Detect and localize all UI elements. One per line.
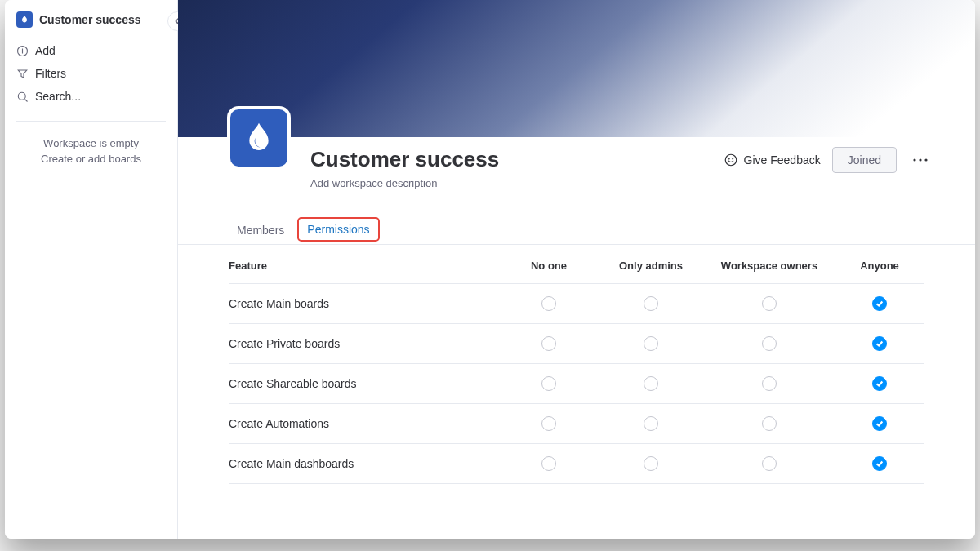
app-frame: Customer success Add Filters Search... W… bbox=[5, 0, 975, 539]
col-no-one: No one bbox=[500, 260, 598, 272]
workspace-tabs: Members Permissions bbox=[178, 189, 975, 245]
radio-cell-only_admins bbox=[598, 416, 704, 431]
radio-cell-no_one bbox=[500, 456, 598, 471]
radio-cell-anyone bbox=[835, 376, 924, 391]
col-only-admins: Only admins bbox=[598, 260, 704, 272]
col-feature: Feature bbox=[229, 260, 500, 272]
permission-radio-no_one[interactable] bbox=[541, 336, 556, 351]
radio-cell-workspace_owners bbox=[704, 416, 835, 431]
sidebar-filters-button[interactable]: Filters bbox=[16, 62, 166, 85]
permission-radio-no_one[interactable] bbox=[541, 456, 556, 471]
svg-point-8 bbox=[732, 158, 733, 159]
radio-cell-workspace_owners bbox=[704, 296, 835, 311]
permission-feature-label: Create Main dashboards bbox=[229, 457, 500, 470]
permission-radio-anyone[interactable] bbox=[872, 456, 887, 471]
permissions-row: Create Private boards bbox=[229, 323, 924, 363]
main-content: Customer success Add workspace descripti… bbox=[178, 0, 975, 539]
radio-cell-no_one bbox=[500, 336, 598, 351]
permission-feature-label: Create Main boards bbox=[229, 297, 500, 310]
permission-radio-workspace_owners[interactable] bbox=[762, 456, 777, 471]
svg-point-9 bbox=[913, 158, 915, 161]
permissions-row: Create Shareable boards bbox=[229, 363, 924, 403]
radio-cell-workspace_owners bbox=[704, 376, 835, 391]
svg-marker-3 bbox=[18, 70, 27, 78]
radio-cell-workspace_owners bbox=[704, 456, 835, 471]
tab-permissions[interactable]: Permissions bbox=[297, 217, 379, 242]
col-anyone: Anyone bbox=[835, 260, 924, 272]
search-icon bbox=[16, 91, 29, 103]
radio-cell-only_admins bbox=[598, 296, 704, 311]
permission-radio-workspace_owners[interactable] bbox=[762, 376, 777, 391]
radio-cell-anyone bbox=[835, 456, 924, 471]
permission-radio-anyone[interactable] bbox=[872, 296, 887, 311]
permission-radio-only_admins[interactable] bbox=[644, 336, 658, 351]
permission-radio-anyone[interactable] bbox=[872, 376, 887, 391]
permission-feature-label: Create Shareable boards bbox=[229, 377, 500, 390]
permission-radio-workspace_owners[interactable] bbox=[762, 296, 777, 311]
empty-line-2: Create or add boards bbox=[13, 152, 169, 167]
plus-circle-icon bbox=[16, 45, 29, 57]
radio-cell-no_one bbox=[500, 376, 598, 391]
radio-cell-anyone bbox=[835, 416, 924, 431]
sidebar-add-button[interactable]: Add bbox=[16, 39, 166, 62]
permission-radio-only_admins[interactable] bbox=[644, 416, 658, 431]
filter-icon bbox=[16, 68, 29, 80]
col-workspace-owners: Workspace owners bbox=[704, 260, 835, 272]
svg-line-5 bbox=[25, 99, 28, 101]
sidebar-search-button[interactable]: Search... bbox=[16, 85, 166, 108]
workspace-icon[interactable] bbox=[227, 106, 291, 170]
dots-horizontal-icon bbox=[913, 158, 928, 162]
permission-radio-only_admins[interactable] bbox=[644, 296, 658, 311]
workspace-description[interactable]: Add workspace description bbox=[310, 172, 499, 189]
permission-radio-no_one[interactable] bbox=[541, 376, 556, 391]
radio-cell-workspace_owners bbox=[704, 336, 835, 351]
permission-radio-only_admins[interactable] bbox=[644, 456, 658, 471]
header-row: Customer success Add workspace descripti… bbox=[204, 137, 949, 189]
workspace-titles: Customer success Add workspace descripti… bbox=[310, 147, 499, 189]
radio-cell-anyone bbox=[835, 296, 924, 311]
flame-icon bbox=[243, 122, 275, 154]
divider bbox=[16, 121, 166, 122]
radio-cell-anyone bbox=[835, 336, 924, 351]
sidebar-header: Customer success bbox=[5, 8, 177, 36]
feedback-icon bbox=[724, 153, 738, 167]
sidebar-search-label: Search... bbox=[35, 90, 81, 103]
radio-cell-no_one bbox=[500, 296, 598, 311]
more-options-button[interactable] bbox=[908, 148, 933, 172]
permission-radio-workspace_owners[interactable] bbox=[762, 336, 777, 351]
permissions-row: Create Main dashboards bbox=[229, 443, 924, 484]
radio-cell-only_admins bbox=[598, 456, 704, 471]
svg-point-11 bbox=[924, 158, 927, 161]
workspace-banner bbox=[178, 0, 975, 137]
radio-cell-only_admins bbox=[598, 336, 704, 351]
permission-radio-only_admins[interactable] bbox=[644, 376, 658, 391]
empty-line-1: Workspace is empty bbox=[13, 136, 169, 152]
svg-point-7 bbox=[728, 158, 729, 159]
sidebar-filters-label: Filters bbox=[35, 67, 66, 80]
permission-radio-no_one[interactable] bbox=[541, 416, 556, 431]
svg-point-4 bbox=[18, 92, 25, 100]
sidebar-title: Customer success bbox=[39, 13, 141, 26]
permission-radio-no_one[interactable] bbox=[541, 296, 556, 311]
svg-point-6 bbox=[725, 154, 737, 166]
radio-cell-only_admins bbox=[598, 376, 704, 391]
svg-point-10 bbox=[919, 158, 921, 161]
sidebar: Customer success Add Filters Search... W… bbox=[5, 0, 178, 539]
sidebar-empty-state: Workspace is empty Create or add boards bbox=[5, 125, 177, 179]
workspace-mini-icon bbox=[16, 11, 33, 28]
sidebar-add-label: Add bbox=[35, 44, 56, 57]
permission-feature-label: Create Private boards bbox=[229, 337, 500, 350]
permission-feature-label: Create Automations bbox=[229, 417, 500, 430]
feedback-label: Give Feedback bbox=[744, 153, 821, 167]
workspace-header: Customer success Add workspace descripti… bbox=[178, 137, 975, 189]
workspace-title[interactable]: Customer success bbox=[310, 147, 499, 172]
radio-cell-no_one bbox=[500, 416, 598, 431]
header-actions: Give Feedback Joined bbox=[724, 147, 949, 173]
give-feedback-button[interactable]: Give Feedback bbox=[724, 153, 821, 167]
joined-button[interactable]: Joined bbox=[832, 147, 897, 173]
permission-radio-anyone[interactable] bbox=[872, 416, 887, 431]
sidebar-actions: Add Filters Search... bbox=[5, 36, 177, 118]
permission-radio-anyone[interactable] bbox=[872, 336, 887, 351]
permission-radio-workspace_owners[interactable] bbox=[762, 416, 777, 431]
tab-members[interactable]: Members bbox=[229, 217, 292, 244]
